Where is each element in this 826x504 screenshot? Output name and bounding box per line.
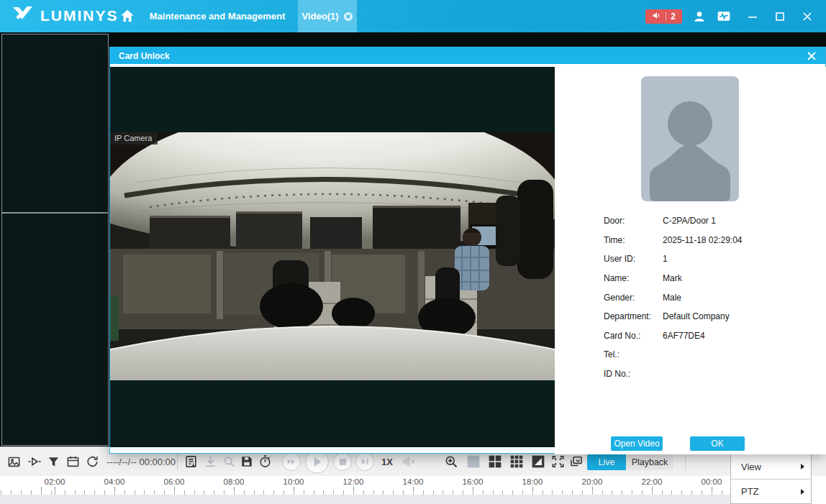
field-value: C-2PA/Door 1 <box>663 216 820 226</box>
timeline-label: 06:00 <box>153 477 196 486</box>
field-label: Gender: <box>604 293 663 303</box>
live-button[interactable]: Live <box>587 454 626 470</box>
ptz-label: PTZ <box>741 486 759 497</box>
field-label: Department: <box>604 311 663 321</box>
fullscreen-icon[interactable] <box>551 455 565 469</box>
dialog-title-bar[interactable]: Card Unlock <box>110 47 825 64</box>
timeline-label: 04:00 <box>93 477 136 486</box>
alarm-speaker-icon <box>652 11 661 22</box>
detail-row: User ID:1 <box>604 249 820 269</box>
timeline-label: 20:00 <box>571 477 614 486</box>
camera-feed-image <box>110 132 555 380</box>
detail-row: ID No.: <box>604 365 820 384</box>
field-label: Door: <box>604 216 663 226</box>
timeline-label: 02:00 <box>33 477 76 486</box>
tab-close-icon[interactable] <box>343 12 353 22</box>
menu-item-ptz[interactable]: PTZ <box>731 479 811 503</box>
timer-icon[interactable] <box>258 455 272 469</box>
detail-row: Department:Default Company <box>604 307 820 326</box>
view-label: View <box>741 462 761 472</box>
video-pane-1[interactable] <box>1 34 109 213</box>
timeline-label: 08:00 <box>212 477 255 486</box>
avatar <box>641 76 739 201</box>
card-unlock-dialog: Card Unlock <box>109 47 826 454</box>
snapshot-icon[interactable] <box>7 455 21 469</box>
top-bar-right: 2 <box>645 0 826 32</box>
calendar-icon[interactable] <box>66 455 80 469</box>
field-label: Tel.: <box>604 349 663 359</box>
zoom-in-icon[interactable] <box>444 454 458 469</box>
submenu-arrow-icon <box>801 489 804 495</box>
field-value: 1 <box>663 254 820 264</box>
camera-name-overlay: IP Camera <box>110 132 158 145</box>
filter-icon[interactable] <box>47 455 60 468</box>
timeline[interactable]: 02:00 04:00 06:00 08:00 10:00 12:00 14:0… <box>0 476 826 504</box>
grid-2x2-icon[interactable] <box>488 454 502 469</box>
detail-row: Time:2025-11-18 02:29:04 <box>604 231 820 250</box>
toolbar-separator <box>177 454 178 470</box>
minimize-icon[interactable] <box>747 11 758 22</box>
grid-3x3-icon[interactable] <box>509 454 524 469</box>
download-icon[interactable] <box>204 455 217 469</box>
luminys-logo-icon <box>13 5 35 27</box>
field-value: 2025-11-18 02:29:04 <box>663 235 820 245</box>
detail-row: Tel.: <box>604 345 820 365</box>
ok-button[interactable]: OK <box>690 436 745 451</box>
search-icon[interactable] <box>222 455 236 469</box>
save-icon[interactable] <box>240 455 253 468</box>
timeline-label: 18:00 <box>511 477 554 486</box>
timeline-label: 12:00 <box>332 477 375 486</box>
system-health-icon[interactable] <box>717 9 731 24</box>
alarm-count: 2 <box>671 12 676 22</box>
swap-screen-icon[interactable] <box>569 455 584 469</box>
detail-row: Card No.:6AF77DE4 <box>604 326 820 346</box>
alarm-badge[interactable]: 2 <box>645 9 682 24</box>
step-forward-button[interactable] <box>355 452 374 471</box>
fast-forward-button[interactable] <box>282 452 301 471</box>
video-pane-2[interactable] <box>1 213 109 446</box>
timeline-track[interactable] <box>0 495 730 504</box>
brand: LUMINYS <box>13 5 119 27</box>
menu-item-view[interactable]: View <box>731 454 811 479</box>
field-value: Default Company <box>663 311 820 321</box>
tab-video-label: Video(1) <box>301 11 338 22</box>
maximize-icon[interactable] <box>774 11 786 22</box>
avatar-silhouette-icon <box>641 76 739 201</box>
app-window: Device Local LUMINYS Maintenance and Man… <box>0 0 826 504</box>
user-icon[interactable] <box>692 9 707 24</box>
field-label: User ID: <box>604 254 663 264</box>
camera-video-zone[interactable]: IP Camera <box>110 67 555 447</box>
field-value: 6AF77DE4 <box>663 331 820 341</box>
field-label: ID No.: <box>604 369 663 379</box>
tab-maintenance-management[interactable]: Maintenance and Management <box>141 0 294 32</box>
stream-icon[interactable] <box>27 455 42 469</box>
home-icon[interactable] <box>119 8 137 25</box>
timeline-ticks <box>0 487 730 495</box>
task-list-icon[interactable] <box>184 455 198 469</box>
dialog-close-icon[interactable] <box>805 50 818 63</box>
detail-row: Gender:Male <box>604 288 820 307</box>
timeline-label: 22:00 <box>630 477 673 486</box>
open-video-button[interactable]: Open Video <box>611 436 663 451</box>
tab-video[interactable]: Video(1) <box>298 0 357 32</box>
timeline-label: 14:00 <box>391 477 435 486</box>
field-value: Male <box>663 293 820 303</box>
detail-row: Door:C-2PA/Door 1 <box>604 211 820 231</box>
timeline-label: 16:00 <box>451 477 494 486</box>
single-view-icon[interactable] <box>466 454 481 469</box>
brand-name: LUMINYS <box>40 7 119 24</box>
submenu-arrow-icon <box>801 464 804 469</box>
field-value: Mark <box>663 273 820 283</box>
field-label: Name: <box>604 273 663 283</box>
playback-timestamp: ----/--/-- 00:00:00 <box>106 457 176 467</box>
playback-button[interactable]: Playback <box>626 454 673 470</box>
field-label: Time: <box>604 235 663 245</box>
mute-icon[interactable] <box>401 455 416 469</box>
contrast-icon[interactable] <box>531 454 545 469</box>
timeline-label: 10:00 <box>272 477 315 486</box>
badge-divider <box>666 12 666 21</box>
stop-button[interactable] <box>333 452 352 471</box>
speed-indicator: 1X <box>381 457 393 467</box>
refresh-icon[interactable] <box>86 455 99 469</box>
close-icon[interactable] <box>802 11 813 22</box>
